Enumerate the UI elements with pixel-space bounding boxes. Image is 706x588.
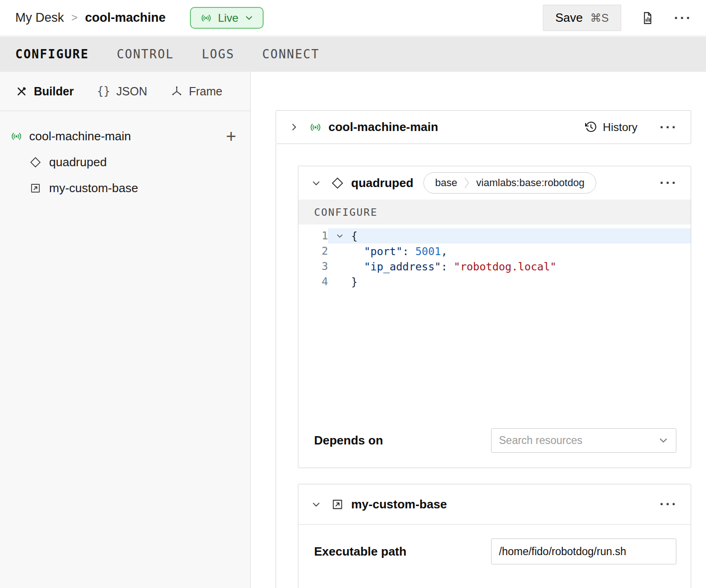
code-line: 1 {: [298, 228, 691, 244]
module-icon: [30, 182, 41, 194]
top-bar: My Desk > cool-machine Live Save ⌘S: [0, 0, 706, 36]
module-icon: [331, 498, 344, 511]
tab-configure[interactable]: CONFIGURE: [15, 47, 89, 61]
my-custom-base-card: my-custom-base ··· Executable path: [298, 484, 691, 588]
component-diamond-icon: [331, 177, 344, 189]
add-resource-button[interactable]: +: [226, 127, 236, 145]
tree-item-quadruped[interactable]: quadruped: [0, 149, 250, 175]
mode-frame-label: Frame: [189, 85, 222, 98]
my-custom-base-title: my-custom-base: [351, 497, 447, 512]
card-more-button[interactable]: ···: [660, 120, 678, 134]
executable-path-row: Executable path: [298, 525, 691, 564]
card-more-button[interactable]: ···: [660, 497, 678, 511]
code-token: {: [351, 230, 358, 242]
badge-type-label: base: [435, 177, 457, 189]
executable-path-input[interactable]: [491, 538, 676, 564]
chevron-down-icon: [658, 435, 668, 445]
more-menu-button[interactable]: ···: [674, 11, 692, 25]
chevron-down-icon: [245, 13, 253, 22]
tree-item-machine-main[interactable]: cool-machine-main +: [0, 123, 250, 149]
frame-axes-icon: [170, 85, 183, 98]
breadcrumb-root-link[interactable]: My Desk: [15, 11, 64, 25]
mode-json-label: JSON: [116, 85, 147, 98]
line-number: 1: [298, 228, 328, 244]
badge-model-label: viamlabs:base:robotdog: [476, 177, 585, 189]
line-number: 2: [298, 244, 328, 259]
code-line: 3 "ip_address": "robotdog.local": [298, 259, 691, 274]
component-diamond-icon: [30, 156, 41, 168]
depends-on-select[interactable]: Search resources: [491, 428, 676, 453]
broadcast-icon: [10, 130, 23, 143]
mode-builder-label: Builder: [34, 85, 74, 98]
badge-separator-chevron-icon: [464, 176, 470, 189]
depends-on-row: Depends on Search resources: [298, 418, 691, 468]
code-token-string: "robotdog.local": [454, 261, 557, 273]
machine-main-title: cool-machine-main: [328, 120, 438, 134]
tab-control[interactable]: CONTROL: [117, 47, 174, 61]
live-label: Live: [218, 12, 239, 25]
code-token-key: "port": [364, 245, 403, 257]
line-number: 4: [298, 274, 328, 289]
history-button[interactable]: History: [585, 121, 637, 134]
broadcast-icon: [200, 12, 212, 24]
code-line: 2 "port": 5001,: [298, 244, 691, 259]
depends-on-label: Depends on: [314, 433, 383, 448]
tree-item-my-custom-base[interactable]: my-custom-base: [0, 175, 250, 201]
json-attributes-editor[interactable]: 1 { 2 "port": 5001,: [298, 225, 691, 418]
history-icon: [585, 121, 597, 133]
machine-config-page: My Desk > cool-machine Live Save ⌘S: [0, 0, 706, 588]
code-line: 4 }: [298, 274, 691, 289]
breadcrumb: My Desk > cool-machine: [15, 11, 166, 25]
line-number: 3: [298, 259, 328, 274]
breadcrumb-separator: >: [71, 12, 77, 24]
save-button[interactable]: Save ⌘S: [543, 5, 621, 31]
broadcast-icon: [309, 121, 322, 134]
machine-main-card: cool-machine-main History ···: [276, 110, 691, 144]
configure-section-header: CONFIGURE: [298, 200, 691, 225]
tree-item-label: my-custom-base: [49, 181, 138, 195]
tab-logs[interactable]: LOGS: [202, 47, 234, 61]
sidebar: Builder {} JSON Frame: [0, 72, 251, 588]
code-token-key: "ip_address": [364, 261, 441, 273]
tab-connect[interactable]: CONNECT: [262, 47, 320, 61]
save-label: Save: [555, 11, 583, 25]
machine-data-icon[interactable]: [641, 11, 655, 25]
live-status-dropdown[interactable]: Live: [190, 7, 264, 29]
resource-tree: cool-machine-main + quadruped: [0, 111, 250, 201]
mode-frame[interactable]: Frame: [170, 85, 222, 98]
config-main-panel: cool-machine-main History ···: [251, 72, 706, 588]
collapse-chevron-icon[interactable]: [311, 500, 321, 509]
collapse-chevron-icon[interactable]: [311, 178, 321, 188]
tree-connector-line: [276, 144, 276, 588]
history-label: History: [603, 121, 637, 134]
code-token: }: [351, 276, 358, 288]
save-shortcut: ⌘S: [590, 12, 609, 25]
quadruped-card: quadruped base viamlabs:base:robotdog ··…: [298, 166, 691, 468]
depends-on-placeholder: Search resources: [499, 434, 582, 447]
component-type-badge: base viamlabs:base:robotdog: [423, 172, 596, 194]
configure-section-label: CONFIGURE: [314, 206, 378, 218]
code-token-number: 5001: [416, 245, 441, 257]
code-fold-chevron-icon[interactable]: [328, 232, 351, 240]
breadcrumb-current-machine: cool-machine: [85, 11, 165, 25]
mode-builder[interactable]: Builder: [15, 85, 74, 98]
config-mode-toolbar: Builder {} JSON Frame: [0, 72, 250, 111]
quadruped-title: quadruped: [351, 176, 413, 190]
executable-path-label: Executable path: [314, 544, 406, 559]
braces-icon: {}: [97, 85, 110, 98]
tools-icon: [15, 85, 28, 98]
tree-item-label: quadruped: [49, 155, 107, 169]
configure-body: Builder {} JSON Frame: [0, 72, 706, 588]
machine-tab-bar: CONFIGURE CONTROL LOGS CONNECT: [0, 37, 706, 72]
mode-json[interactable]: {} JSON: [97, 85, 147, 98]
expand-chevron-icon[interactable]: [289, 122, 299, 132]
top-bar-actions: Save ⌘S ···: [543, 5, 692, 31]
card-more-button[interactable]: ···: [660, 176, 678, 190]
tree-item-label: cool-machine-main: [29, 129, 131, 144]
